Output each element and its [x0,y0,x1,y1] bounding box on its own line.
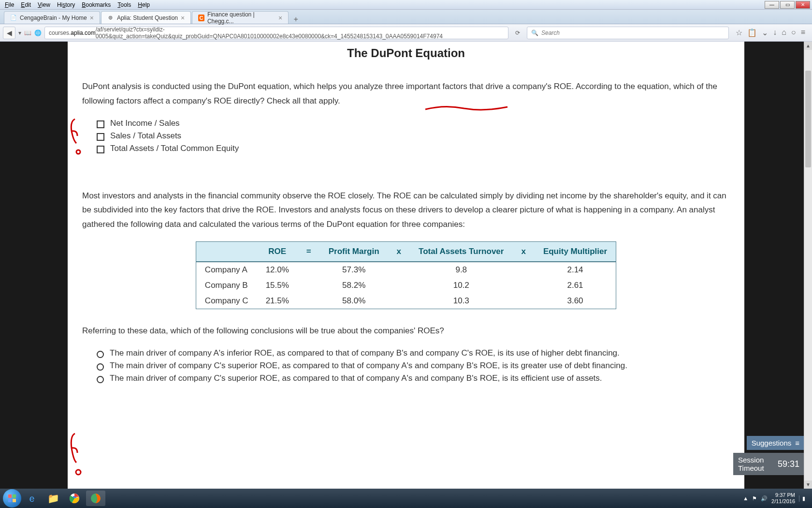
menu-file[interactable]: File [2,0,17,9]
start-button[interactable] [3,489,21,508]
scroll-up-icon[interactable]: ▲ [804,42,812,50]
chrome-icon [69,493,80,504]
checkbox-label: Net Income / Sales [110,119,180,128]
star-icon[interactable]: ☆ [736,28,742,37]
tray-volume-icon[interactable]: 🔊 [761,495,768,502]
svg-point-1 [76,470,81,475]
minimize-button[interactable]: — [765,1,779,9]
checkbox-label: Total Assets / Total Common Equity [110,144,239,153]
intro-text: DuPont analysis is conducted using the D… [82,79,730,108]
toolbar-icons: ☆ 📋 ⌄ ↓ ⌂ ○ ≡ [732,28,809,37]
th-x1: x [388,241,410,262]
cell-em: 2.61 [535,278,616,293]
identity-icon[interactable]: 🌐 [34,30,42,36]
checkbox-icon[interactable] [97,133,104,141]
menu-edit[interactable]: Edit [18,0,34,9]
radio-row-1[interactable]: The main driver of company C's superior … [82,359,730,372]
tab-favicon: C [198,15,204,21]
cell-tat: 10.2 [410,278,512,293]
tab-aplia[interactable]: ⊚ Aplia: Student Question × [101,11,191,24]
menu-view[interactable]: View [35,0,53,9]
menu-tools[interactable]: Tools [115,0,134,9]
tab-close-icon[interactable]: × [90,14,94,22]
tray-arrow-icon[interactable]: ▲ [743,495,748,501]
clipboard-icon[interactable]: 📋 [747,28,757,37]
window-controls: — ▭ ✕ [765,1,810,9]
tab-close-icon[interactable]: × [278,14,282,22]
bookmark-dropdown-icon[interactable]: ▾ [18,30,21,36]
new-tab-button[interactable]: + [290,15,302,24]
reader-mode-icon[interactable]: 📖 [24,30,31,36]
home-icon[interactable]: ⌂ [782,28,786,37]
tab-label: Aplia: Student Question [117,15,178,21]
radio-icon[interactable] [97,376,104,383]
svg-rect-4 [13,494,16,498]
search-field[interactable]: 🔍 [527,27,729,39]
table-row: Company C 21.5% 58.0% 10.3 3.60 [196,293,616,309]
show-desktop-button[interactable]: ▮ [799,495,805,502]
radio-icon[interactable] [97,351,104,358]
system-tray[interactable]: ▲ ⚑ 🔊 9:37 PM 2/11/2016 ▮ [743,492,809,505]
session-timeout-widget: Session Timeout 59:31 [733,453,804,475]
checkbox-row-1[interactable]: Sales / Total Assets [82,130,730,142]
para2-text: Most investors and analysts in the finan… [82,189,730,232]
menu-history[interactable]: History [54,0,78,9]
scroll-down-icon[interactable]: ▼ [804,480,812,489]
tab-chegg[interactable]: C Finance question | Chegg.c... × [192,11,289,24]
vertical-scrollbar[interactable]: ▲ ▼ [804,42,812,489]
hamburger-icon[interactable]: ≡ [801,28,805,37]
radio-icon[interactable] [97,363,104,371]
radio-label: The main driver of company A's inferior … [110,348,620,358]
taskbar-chrome[interactable] [65,491,84,506]
svg-rect-5 [8,499,12,502]
tab-favicon: 📄 [10,15,17,21]
cell-roe: 21.5% [257,293,298,309]
back-button[interactable]: ◀ [3,27,15,39]
checkbox-row-2[interactable]: Total Assets / Total Common Equity [82,142,730,155]
chat-icon[interactable]: ○ [791,28,796,37]
checkbox-icon[interactable] [97,120,104,128]
scroll-thumb[interactable] [805,71,811,167]
tray-clock[interactable]: 9:37 PM 2/11/2016 [771,492,795,505]
reload-button[interactable]: ⟳ [511,27,524,39]
menu-bookmarks[interactable]: Bookmarks [79,0,114,9]
search-input[interactable] [541,30,725,36]
tray-time: 9:37 PM [771,492,795,498]
page-title: The DuPont Equation [82,42,730,79]
taskbar-firefox[interactable] [86,491,105,506]
close-button[interactable]: ✕ [796,1,810,9]
cell-roe: 15.5% [257,278,298,293]
url-input[interactable]: courses.aplia.com/af/servlet/quiz?ctx=sy… [44,27,508,39]
cell-pm: 57.3% [320,262,388,278]
suggestions-widget[interactable]: Suggestions ≡ [747,436,804,450]
tab-close-icon[interactable]: × [181,14,185,22]
radio-label: The main driver of company C's superior … [110,361,627,371]
cell-em: 2.14 [535,262,616,278]
cell-name: Company B [196,278,257,293]
session-label: Session Timeout [738,456,772,472]
maximize-button[interactable]: ▭ [780,1,795,9]
downloads-icon[interactable]: ↓ [773,28,777,37]
menu-help[interactable]: Help [135,0,153,9]
th-tat: Total Assets Turnover [410,241,512,262]
firefox-icon [90,493,101,504]
radio-row-2[interactable]: The main driver of company C's superior … [82,372,730,385]
taskbar-explorer[interactable]: 📁 [44,491,63,506]
tray-flag-icon[interactable]: ⚑ [752,495,757,502]
url-toolbar: ◀ ▾ 📖 🌐 courses.aplia.com/af/servlet/qui… [0,24,812,42]
windows-logo-icon [7,493,17,504]
tab-cengage[interactable]: 📄 CengageBrain - My Home × [4,11,100,24]
svg-rect-6 [13,499,16,502]
cell-pm: 58.2% [320,278,388,293]
cell-em: 3.60 [535,293,616,309]
table-header-row: ROE = Profit Margin x Total Assets Turno… [196,241,616,262]
url-path: /af/servlet/quiz?ctx=syildiz-0005&quiz_a… [96,26,504,40]
suggestions-label: Suggestions [752,439,792,447]
radio-row-0[interactable]: The main driver of company A's inferior … [82,347,730,359]
url-prefix: courses. [49,30,71,36]
checkbox-row-0[interactable]: Net Income / Sales [82,117,730,130]
checkbox-icon[interactable] [97,146,104,153]
taskbar-ie[interactable]: ｅ [22,491,42,506]
pocket-icon[interactable]: ⌄ [762,28,768,37]
windows-taskbar: ｅ 📁 ▲ ⚑ 🔊 9:37 PM 2/11/2016 ▮ [0,489,812,508]
